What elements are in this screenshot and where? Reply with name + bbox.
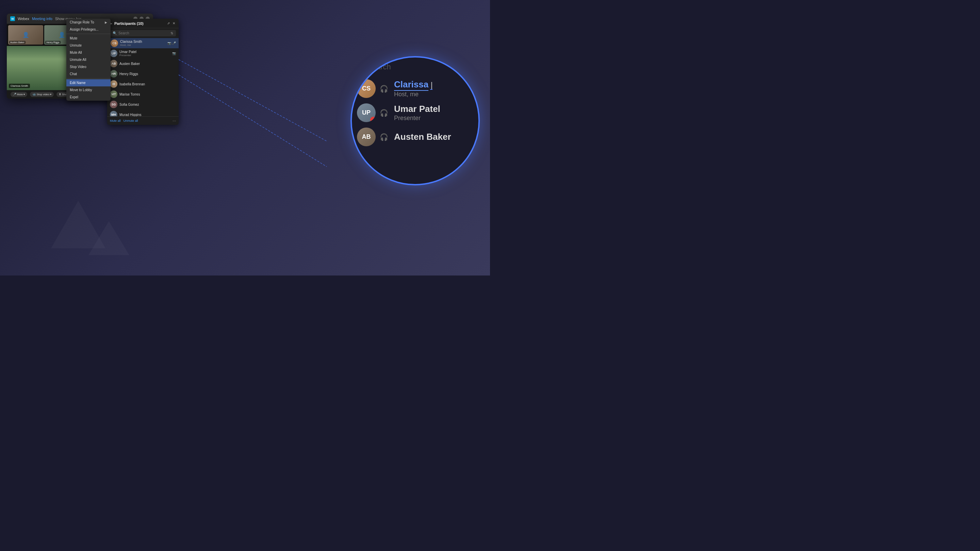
list-actions: Mute all Unmute all ···: [107, 116, 179, 125]
info-p2: Umar Patel Presenter: [119, 50, 170, 57]
name-p5: Isabella Brennan: [119, 82, 174, 86]
role-p1: Host, me: [120, 43, 165, 47]
mic-icon: 🎤: [13, 93, 16, 96]
video-dropdown-arrow[interactable]: ▾: [50, 93, 51, 96]
participants-list: CS Clarissa Smith Host, me 📷🎤 UP Umar Pa…: [107, 38, 179, 116]
role-p2: Presenter: [119, 54, 170, 57]
zoom-info-umar: Umar Patel Presenter: [394, 104, 473, 121]
context-label-cm4: Unmute: [70, 43, 82, 47]
context-item-cm1[interactable]: Change Role To▶: [66, 19, 111, 26]
icons-p1: 📷🎤: [167, 41, 176, 45]
context-item-cm5[interactable]: Mute All: [66, 49, 111, 56]
avatar-p2: UP: [110, 50, 118, 57]
zoom-headset-austen: 🎧: [380, 133, 388, 141]
mute-button[interactable]: 🎤 Mute ▾: [11, 92, 27, 97]
zoom-participant-clarissa: CS 🎧 Clarissa | Host, me: [355, 76, 475, 101]
context-label-cm6: Unmute All: [70, 58, 86, 62]
context-label-cm1: Change Role To: [70, 21, 94, 24]
cursor-clarissa: |: [430, 81, 433, 90]
context-label-cm9: Edit Name: [70, 81, 86, 85]
zoom-avatar-austen: AB: [357, 127, 375, 146]
context-item-cm4[interactable]: Unmute: [66, 42, 111, 49]
context-arrow-cm1: ▶: [105, 21, 107, 24]
zoom-info-clarissa: Clarissa | Host, me: [394, 79, 473, 98]
avatar-p5: IB: [110, 80, 118, 88]
avatar-p3: AB: [110, 60, 118, 67]
meeting-info-link[interactable]: Meeting info: [32, 17, 52, 21]
video-icon: 📹: [32, 93, 36, 96]
mic-icon: 🎤: [172, 41, 176, 45]
info-p5: Isabella Brennan: [119, 82, 174, 86]
zoom-role-clarissa: Host, me: [394, 91, 473, 98]
participants-panel: ▶ Participants (10) ⇗ ✕ 🔍 ⇅ CS Clarissa …: [107, 19, 179, 125]
panel-popout-button[interactable]: ⇗: [166, 21, 170, 26]
context-item-cm2[interactable]: Assign Privileges...: [66, 26, 111, 33]
participant-item-p3[interactable]: AB Austen Baker: [107, 59, 179, 69]
name-p3: Austen Baker: [119, 62, 174, 66]
context-item-cm10[interactable]: Move to Lobby: [66, 86, 111, 94]
avatar-p1: CS: [111, 40, 118, 47]
info-p1: Clarissa Smith Host, me: [120, 40, 165, 47]
name-p8: Murad Higgins: [119, 113, 174, 117]
zoom-avatar-umar: UP ▲: [357, 103, 375, 122]
camera-icon: 📷: [172, 52, 176, 55]
participant-item-p2[interactable]: UP Umar Patel Presenter 📷: [107, 48, 179, 59]
participant-item-p6[interactable]: MT Marise Torres: [107, 89, 179, 99]
context-label-cm3: Mute: [70, 37, 77, 40]
share-icon: ⬆: [59, 93, 61, 96]
name-p1: Clarissa Smith: [120, 40, 165, 43]
bg-decoration-2: [89, 221, 129, 255]
icons-p2: 📷: [172, 52, 176, 55]
thumbnail-austen-baker[interactable]: 👤 Austen Baker: [8, 25, 43, 44]
context-divider-8: [66, 78, 111, 79]
participant-item-p4[interactable]: HR Henry Riggs: [107, 69, 179, 79]
info-p8: Murad Higgins: [119, 113, 174, 117]
sort-icon[interactable]: ⇅: [170, 31, 173, 35]
context-label-cm10: Move to Lobby: [70, 88, 92, 92]
participant-item-p5[interactable]: IB Isabella Brennan: [107, 79, 179, 89]
participant-item-p1[interactable]: CS Clarissa Smith Host, me 📷🎤: [107, 38, 179, 48]
search-box: 🔍 ⇅: [110, 30, 176, 37]
name-p2: Umar Patel: [119, 50, 170, 54]
zoom-name-clarissa: Clarissa |: [394, 79, 473, 91]
panel-header: ▶ Participants (10) ⇗ ✕: [107, 19, 179, 28]
name-p4: Henry Riggs: [119, 72, 174, 76]
context-item-cm9[interactable]: Edit Name: [66, 79, 111, 86]
zoom-info-austen: Austen Baker: [394, 132, 473, 142]
zoom-name-umar: Umar Patel: [394, 104, 473, 114]
name-p6: Marise Torres: [119, 92, 174, 96]
zoom-headset-clarissa: 🎧: [380, 85, 388, 93]
context-menu: Change Role To▶Assign Privileges...MuteU…: [66, 19, 111, 101]
zoom-participant-austen: AB 🎧 Austen Baker: [355, 125, 475, 149]
context-item-cm8[interactable]: Chat: [66, 70, 111, 78]
search-icon: 🔍: [113, 31, 117, 35]
mute-all-button[interactable]: Mute all: [110, 119, 121, 122]
mute-dropdown-arrow[interactable]: ▾: [24, 93, 25, 96]
app-name: Webex: [18, 17, 29, 21]
context-item-cm6[interactable]: Unmute All: [66, 56, 111, 63]
zoom-circle: 🔍 Search CS 🎧 Clarissa | Host, me UP ▲ 🎧: [350, 56, 480, 185]
context-label-cm8: Chat: [70, 72, 77, 76]
unmute-all-button[interactable]: Unmute all: [124, 119, 138, 122]
zoom-avatar-clarissa: CS: [357, 79, 375, 98]
panel-actions: ⇗ ✕: [166, 21, 176, 26]
info-p3: Austen Baker: [119, 62, 174, 66]
search-input[interactable]: [118, 31, 169, 35]
context-item-cm7[interactable]: Stop Video: [66, 63, 111, 70]
participant-item-p8[interactable]: MH Murad Higgins: [107, 110, 179, 116]
zoom-name-austen: Austen Baker: [394, 132, 473, 142]
list-more-button[interactable]: ···: [172, 118, 176, 123]
avatar-p8: MH: [110, 111, 118, 116]
info-p4: Henry Riggs: [119, 72, 174, 76]
context-label-cm7: Stop Video: [70, 65, 86, 69]
zoom-role-umar: Presenter: [394, 114, 473, 122]
panel-close-button[interactable]: ✕: [172, 21, 176, 26]
presenter-badge-umar: ▲: [370, 117, 375, 122]
zoom-headset-umar: 🎧: [380, 109, 388, 117]
participant-item-p7[interactable]: SG Sofia Gomez: [107, 99, 179, 110]
context-item-cm3[interactable]: Mute: [66, 35, 111, 42]
context-item-cm11[interactable]: Expel: [66, 94, 111, 101]
thumbnail-label-1: Austen Baker: [9, 41, 25, 44]
stop-video-button[interactable]: 📹 Stop video ▾: [30, 92, 54, 97]
avatar-p7: SG: [110, 101, 118, 108]
